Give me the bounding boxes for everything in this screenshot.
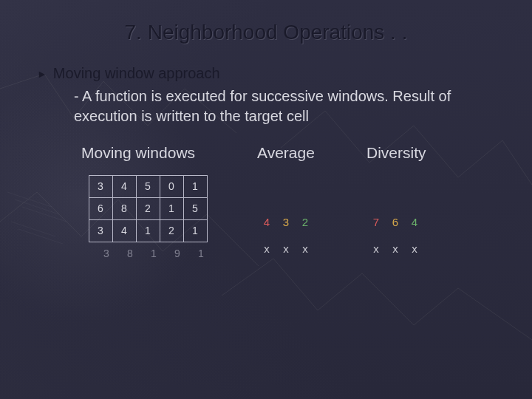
average-grid: 432xxx [257, 208, 315, 262]
result-cell: x [366, 235, 386, 262]
grid-cell: 1 [183, 219, 208, 242]
grid-cell: 1 [160, 197, 184, 220]
grid-cell: 3 [89, 219, 113, 242]
ghost-cell: 1 [189, 245, 213, 262]
diversity-heading: Diversity [366, 144, 426, 162]
bullet-arrow-icon: ► [37, 68, 47, 80]
content-columns: Moving windows 345016821534121 38191 Ave… [81, 144, 495, 262]
result-cell: x [296, 235, 315, 262]
slide-title: 7. Neighborhood Operations . . [37, 21, 495, 44]
result-cell: x [405, 235, 424, 262]
result-cell: 7 [366, 208, 386, 235]
result-cell: 4 [405, 208, 424, 235]
bullet-text: Moving window approach [53, 65, 220, 82]
average-column: Average 432xxx [257, 144, 315, 262]
ghost-cell: 1 [142, 245, 166, 262]
grid-cell: 2 [160, 219, 184, 242]
grid-cell: 0 [160, 175, 184, 198]
result-cell: x [276, 235, 296, 262]
grid-cell: 1 [183, 175, 208, 198]
grid-cell: 5 [183, 197, 208, 220]
result-cell: 3 [276, 208, 296, 235]
ghost-cell: 9 [166, 245, 189, 262]
ghost-cell: 8 [118, 245, 142, 262]
moving-windows-grid: 345016821534121 [89, 175, 213, 242]
grid-cell: 3 [89, 175, 113, 198]
bullet-subtext: - A function is executed for successive … [74, 86, 495, 126]
average-heading: Average [257, 144, 315, 162]
grid-cell: 5 [136, 175, 160, 198]
ghost-cell: 3 [95, 245, 118, 262]
result-cell: 2 [296, 208, 315, 235]
grid-cell: 4 [112, 175, 137, 198]
result-cell: 4 [257, 208, 276, 235]
result-cell: x [386, 235, 405, 262]
moving-windows-ghost-row: 38191 [95, 245, 213, 262]
diversity-column: Diversity 764xxx [366, 144, 426, 262]
result-cell: x [257, 235, 276, 262]
moving-windows-column: Moving windows 345016821534121 38191 [81, 144, 213, 262]
slide: 7. Neighborhood Operations . . ► Moving … [0, 0, 532, 262]
grid-cell: 1 [136, 219, 160, 242]
grid-cell: 4 [112, 219, 137, 242]
result-cell: 6 [386, 208, 405, 235]
moving-windows-heading: Moving windows [81, 144, 213, 162]
diversity-grid: 764xxx [366, 208, 426, 262]
grid-cell: 6 [89, 197, 113, 220]
bullet-row: ► Moving window approach [37, 65, 495, 82]
grid-cell: 8 [112, 197, 137, 220]
grid-cell: 2 [136, 197, 160, 220]
